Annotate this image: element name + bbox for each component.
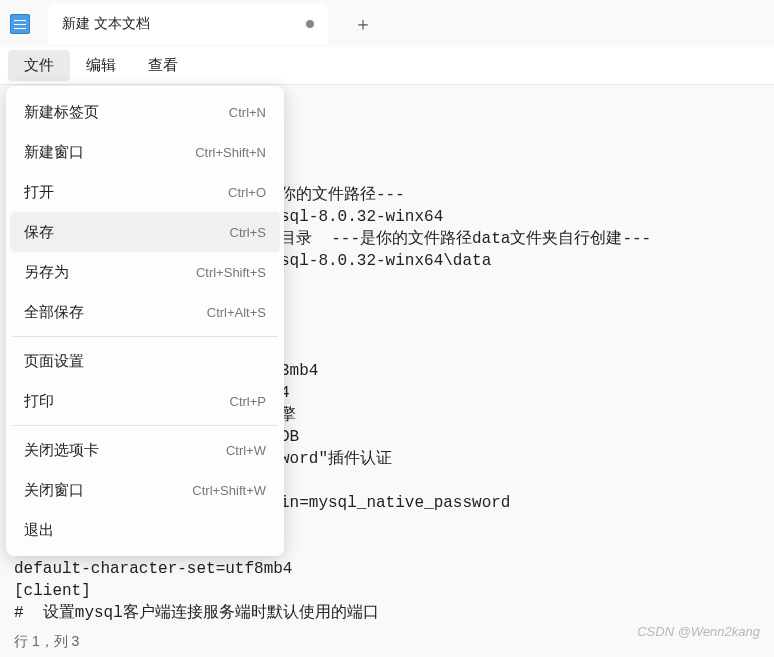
menu-item[interactable]: 打开Ctrl+O [10,172,280,212]
menu-item-shortcut: Ctrl+W [226,443,266,458]
menu-item[interactable]: 全部保存Ctrl+Alt+S [10,292,280,332]
menu-item-label: 保存 [24,223,54,242]
menu-item[interactable]: 新建标签页Ctrl+N [10,92,280,132]
menu-item-label: 全部保存 [24,303,84,322]
watermark-text: CSDN @Wenn2kang [637,624,760,639]
menu-item-label: 关闭选项卡 [24,441,99,460]
editor-line: default-character-set=utf8mb4 [14,558,766,580]
editor-line: # 设置mysql客户端连接服务端时默认使用的端口 [14,602,766,624]
menu-item-shortcut: Ctrl+P [230,394,266,409]
menu-item[interactable]: 关闭选项卡Ctrl+W [10,430,280,470]
menu-item-label: 关闭窗口 [24,481,84,500]
menu-view[interactable]: 查看 [132,50,194,81]
menu-item-shortcut: Ctrl+S [230,225,266,240]
plus-icon: ＋ [354,12,372,36]
menu-item-label: 新建标签页 [24,103,99,122]
menu-item-label: 退出 [24,521,54,540]
menu-item[interactable]: 关闭窗口Ctrl+Shift+W [10,470,280,510]
menu-file[interactable]: 文件 [8,50,70,81]
file-menu-dropdown: 新建标签页Ctrl+N新建窗口Ctrl+Shift+N打开Ctrl+O保存Ctr… [6,86,284,556]
menu-item[interactable]: 打印Ctrl+P [10,381,280,421]
menu-item-shortcut: Ctrl+Shift+S [196,265,266,280]
menu-item-label: 页面设置 [24,352,84,371]
statusbar: 行 1，列 3 [14,633,79,651]
menu-item-label: 另存为 [24,263,69,282]
menubar: 文件 编辑 查看 [0,47,774,85]
titlebar: 新建 文本文档 ＋ [0,0,774,47]
tab-dirty-indicator [306,20,314,28]
menu-item-label: 打开 [24,183,54,202]
menu-item-shortcut: Ctrl+Shift+N [195,145,266,160]
menu-item[interactable]: 另存为Ctrl+Shift+S [10,252,280,292]
menu-item[interactable]: 保存Ctrl+S [10,212,280,252]
menu-separator [12,336,278,337]
menu-item-shortcut: Ctrl+Shift+W [192,483,266,498]
menu-item[interactable]: 退出 [10,510,280,550]
tab-active[interactable]: 新建 文本文档 [48,4,328,44]
menu-item[interactable]: 新建窗口Ctrl+Shift+N [10,132,280,172]
cursor-position: 行 1，列 3 [14,633,79,649]
menu-separator [12,425,278,426]
menu-item-label: 打印 [24,392,54,411]
tab-title: 新建 文本文档 [62,15,150,33]
menu-item-label: 新建窗口 [24,143,84,162]
menu-edit[interactable]: 编辑 [70,50,132,81]
menu-item-shortcut: Ctrl+O [228,185,266,200]
menu-item[interactable]: 页面设置 [10,341,280,381]
menu-item-shortcut: Ctrl+Alt+S [207,305,266,320]
new-tab-button[interactable]: ＋ [346,7,380,41]
editor-line: [client] [14,580,766,602]
menu-item-shortcut: Ctrl+N [229,105,266,120]
notepad-app-icon [10,14,30,34]
